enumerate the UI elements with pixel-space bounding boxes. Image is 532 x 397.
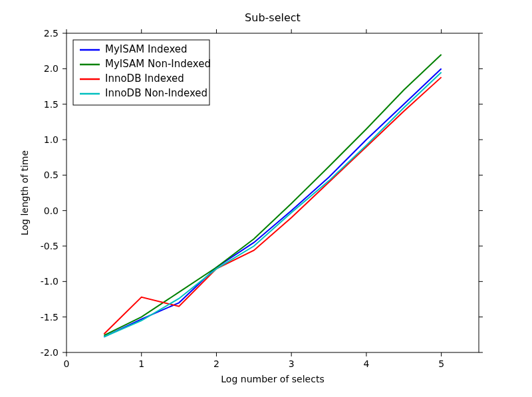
x-tick-label: 4	[363, 358, 369, 369]
x-tick-label: 0	[64, 358, 70, 369]
legend-label: MyISAM Non-Indexed	[105, 58, 211, 70]
x-tick-label: 3	[289, 358, 295, 369]
y-tick-label: 0.5	[44, 170, 59, 180]
legend-label: InnoDB Non-Indexed	[105, 87, 207, 99]
x-tick-label: 5	[438, 358, 444, 369]
y-tick-label: 0.0	[44, 205, 59, 216]
y-tick-label: 2.5	[44, 28, 59, 39]
x-axis-label: Log number of selects	[221, 374, 324, 384]
y-tick-label: 1.0	[44, 134, 59, 145]
y-tick-label: 2.0	[44, 63, 59, 74]
y-axis-label: Log length of time	[19, 150, 30, 235]
y-tick-label: -1.5	[41, 312, 59, 323]
chart-container: 012345-2.0-1.5-1.0-0.50.00.51.01.52.02.5…	[0, 0, 532, 397]
series-line	[104, 68, 441, 336]
chart-title: Sub-select	[245, 11, 301, 24]
series-line	[104, 72, 441, 337]
x-tick-label: 2	[213, 358, 219, 369]
x-tick-label: 1	[138, 358, 144, 369]
y-tick-label: 1.5	[44, 99, 59, 110]
y-tick-label: -2.0	[41, 347, 59, 358]
line-chart: 012345-2.0-1.5-1.0-0.50.00.51.01.52.02.5…	[0, 0, 532, 397]
legend-label: MyISAM Indexed	[105, 43, 188, 55]
legend-label: InnoDB Indexed	[105, 72, 184, 84]
y-tick-label: -1.0	[41, 276, 59, 287]
y-tick-label: -0.5	[41, 241, 59, 251]
